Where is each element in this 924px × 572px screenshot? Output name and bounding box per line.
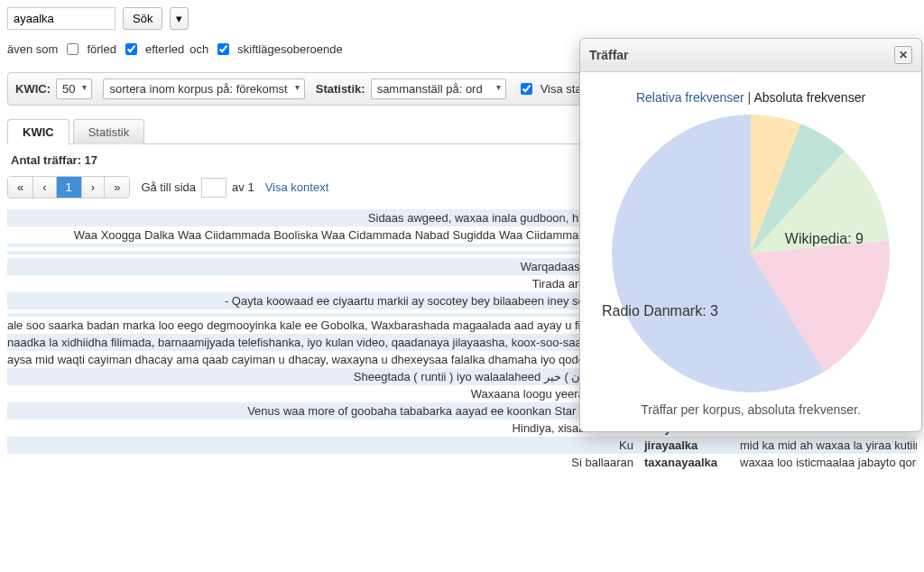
search-input[interactable] [7,7,116,30]
goto-page: Gå till sida av 1 [141,178,254,198]
kwic-left: Warqadaas ay soo sa [7,260,639,273]
popup-header[interactable]: Träffar ✕ [580,39,921,72]
forled-label: förled [87,42,116,56]
kwic-left: aysa mid waqti cayiman dhacay ama qaab c… [7,353,639,366]
pager-first[interactable]: « [8,177,32,198]
kwic-left: Hindiya, xisaab a semi- [7,421,639,435]
search-dropdown-toggle[interactable]: ▾ [170,7,189,30]
table-row[interactable]: Kujirayaalkamid ka mid ah waxaa la yiraa… [7,437,917,454]
close-icon[interactable]: ✕ [894,46,912,64]
kwic-match: jirayaalka [639,438,738,452]
pie-label-radio-danmark: Radio Danmark: 3 [602,303,718,319]
pager-prev[interactable]: ‹ [32,177,55,198]
kwic-left: naadka la xidhiidha filimada, barnaamijy… [7,336,639,349]
kwic-left: Waa Xoogga Dalka Waa Ciidammada Booliska… [7,228,639,242]
kwic-size-label: KWIC: [15,82,51,96]
efterled-label: efterled [145,42,184,56]
pie-chart: Wikipedia: 9 Radio Danmark: 3 [611,114,891,393]
pie-label-wikipedia: Wikipedia: 9 [785,231,864,247]
forled-checkbox[interactable] [67,43,79,55]
kwic-left: ale soo saarka badan marka loo eego degm… [7,318,639,332]
kwic-left: Ku [7,438,639,452]
kwic-size-select[interactable]: 50 [56,78,92,99]
prefix-label: även som [7,42,58,56]
search-row: Sök ▾ [7,7,917,30]
pager: « ‹ 1 › » [7,176,130,198]
chart-caption: Träffar per korpus, absoluta frekvenser. [589,402,912,417]
tab-kwic[interactable]: KWIC [7,119,69,144]
goto-page-of: av 1 [232,180,254,194]
and-label: och [189,42,208,56]
kwic-left: - Qayta koowaad ee ciyaartu markii ay so… [7,294,639,308]
kwic-left: Si ballaaran [7,456,639,469]
search-button[interactable]: Sök [123,7,162,30]
relative-frequencies-link[interactable]: Relativa frekvenser [636,90,744,105]
statistic-select[interactable]: sammanställ på: ord [371,78,506,99]
pager-next[interactable]: › [81,177,104,198]
tab-statistik[interactable]: Statistik [73,119,145,144]
kwic-right: waxaa loo isticmaalaa jabayto qoridda si… [738,456,917,469]
popup-title: Träffar [589,48,629,62]
goto-page-label: Gå till sida [141,180,196,194]
show-context-link[interactable]: Visa kontext [265,180,329,194]
kwic-left: Sidaas awgeed, waxaa inala gudboon, hadd… [7,211,639,225]
pie-slices [611,114,891,393]
kwic-right: mid ka mid ah waxaa la yiraa kutiirsanay… [738,438,917,452]
sort-select[interactable]: sortera inom korpus på: förekomst [103,78,304,99]
kwic-left: Venus waa more of goobaha tababarka aaya… [7,404,639,418]
case-insensitive-checkbox[interactable] [217,43,229,55]
absolute-frequencies-link[interactable]: Absoluta frekvenser [753,90,865,105]
goto-page-input[interactable] [201,178,226,198]
show-statistics-checkbox[interactable] [521,83,532,95]
kwic-left: Sheegtada ( runtii ) iyo walaalaheed وأخ… [7,370,639,383]
case-insensitive-label: skiftlägesoberoende [237,42,342,56]
pager-page-1[interactable]: 1 [56,177,81,198]
efterled-checkbox[interactable] [125,43,137,55]
hits-popup: Träffar ✕ Relativa frekvenser | Absoluta… [579,38,922,432]
pager-last[interactable]: » [104,177,129,198]
kwic-match: taxanayaalka [639,456,738,469]
kwic-left: Tirada ardada loo q [7,277,639,291]
kwic-left: Waxaana loogu yeeraa xarfaha [7,387,639,401]
frequency-toggle: Relativa frekvenser | Absoluta frekvense… [589,90,912,105]
popup-body: Relativa frekvenser | Absoluta frekvense… [580,72,921,431]
statistic-label: Statistik: [316,82,365,96]
table-row[interactable]: Si ballaarantaxanayaalkawaxaa loo isticm… [7,454,917,471]
